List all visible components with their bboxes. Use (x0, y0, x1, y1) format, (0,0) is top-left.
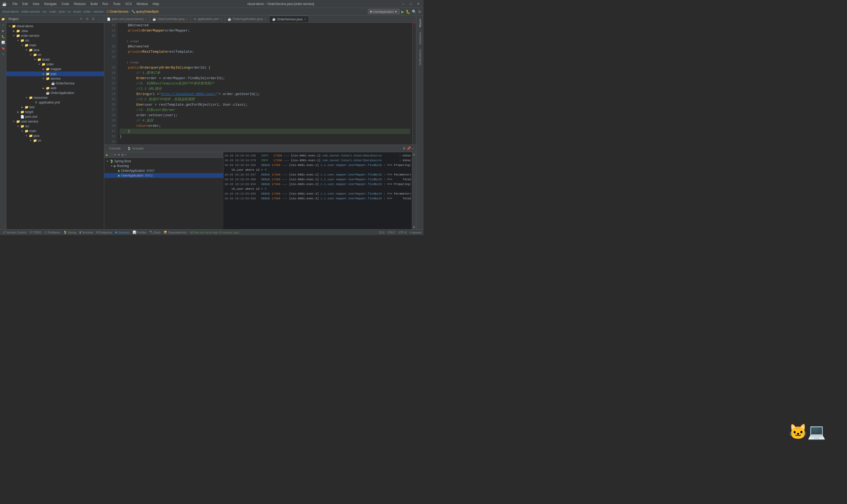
tree-item-service[interactable]: ▼ 📁 service (6, 76, 104, 81)
tree-item-src[interactable]: ▼ 📁 src (6, 38, 104, 43)
tree-item-user-service[interactable]: ▼ 📁 user-service (6, 119, 104, 124)
profiler-left-icon[interactable]: 📊 (1, 40, 6, 45)
maven-tab[interactable]: Maven (417, 16, 423, 30)
tab-orderapplication[interactable]: ☕ OrderApplication.java ✕ (225, 16, 269, 22)
services-tab[interactable]: ▶ Services (115, 231, 129, 234)
breadcrumb-cn[interactable]: cn (68, 10, 71, 14)
menu-navigate[interactable]: Navigate (42, 2, 59, 6)
menu-tools[interactable]: Tools (111, 2, 123, 6)
scroll-up-icon[interactable]: ▲ (413, 153, 416, 156)
structure-icon[interactable]: ≡ (1, 51, 6, 57)
tree-item-user-cn[interactable]: ▼ 📁 cn (6, 138, 104, 143)
services-running[interactable]: ▼ ▶ Running (104, 164, 223, 168)
menu-code[interactable]: Code (59, 2, 71, 6)
tree-item-resources[interactable]: ▼ 📁 resources (6, 95, 104, 100)
tree-item-idea[interactable]: ▶ 📁 .idea (6, 29, 104, 33)
database-tab[interactable]: Database (417, 30, 423, 47)
menu-refactor[interactable]: Refactor (72, 2, 88, 6)
breadcrumb-itcast[interactable]: itcast (73, 10, 81, 14)
menu-window[interactable]: Window (134, 2, 150, 6)
tab-console[interactable]: Console (106, 146, 123, 151)
filter-icon[interactable]: ☰ (91, 16, 96, 22)
tree-item-test[interactable]: ▶ 📁 test (6, 105, 104, 110)
minimize-panel-icon[interactable]: ─ (412, 146, 414, 150)
encoding[interactable]: UTF-8 (398, 231, 407, 234)
terminal-tab[interactable]: ▮ Terminal (79, 231, 93, 234)
tab-pom-close[interactable]: ✕ (145, 18, 147, 21)
menu-file[interactable]: File (10, 2, 20, 6)
spring-tab[interactable]: 🍃 Spring (63, 231, 76, 234)
settings-icon[interactable]: ⚙ (418, 10, 421, 14)
tab-uc-close[interactable]: ✕ (186, 18, 188, 21)
user-application-dropdown[interactable]: ▶ UserApplication ▼ (368, 9, 400, 14)
tab-usercontroller[interactable]: ☕ UserController.java ✕ (150, 16, 191, 22)
tree-item-target[interactable]: ▶ 📁 target (6, 110, 104, 114)
menu-help[interactable]: Help (150, 2, 161, 6)
run-service-icon[interactable]: ▶ (106, 153, 108, 157)
menu-run[interactable]: Run (100, 2, 110, 6)
dependencies-tab[interactable]: 📦 Dependencies (164, 231, 186, 234)
tree-item-order-service[interactable]: ▼ 📁 order-service (6, 33, 104, 38)
profiler-tab[interactable]: 📊 Profiler (132, 231, 146, 234)
close-button[interactable]: ✕ (415, 2, 421, 6)
restart-service-icon[interactable]: ⟳ (114, 153, 116, 157)
group-service-icon[interactable]: ⊞ (121, 153, 124, 157)
menu-build[interactable]: Build (88, 2, 100, 6)
tab-yml-close[interactable]: ✕ (220, 18, 222, 21)
filter-service-icon[interactable]: ▼ (117, 153, 121, 157)
breadcrumb-main[interactable]: main (50, 10, 56, 14)
maximize-button[interactable]: □ (408, 2, 414, 6)
todo-tab[interactable]: ☑ TODO (30, 231, 41, 234)
commit-icon[interactable]: ✓ (1, 22, 6, 28)
bookmark-icon[interactable]: 🔖 (1, 46, 6, 51)
tree-item-itcast[interactable]: ▼ 📁 itcast (6, 57, 104, 62)
collapse-icon[interactable]: ⊟ (85, 16, 90, 22)
tree-item-main[interactable]: ▼ 📁 main (6, 43, 104, 48)
breadcrumb-java[interactable]: java (59, 10, 65, 14)
sync-icon[interactable]: ⟳ (78, 16, 84, 22)
tab-os-close[interactable]: ✕ (304, 18, 306, 21)
code-editor[interactable]: 13 14 15 16 17 18 19 20 21 22 23 24 25 2… (104, 23, 416, 145)
add-service-icon[interactable]: + (125, 153, 127, 157)
cursor-position[interactable]: 31:6 (379, 231, 384, 234)
scroll-down-icon[interactable]: ▼ (413, 226, 416, 229)
services-user-app[interactable]: ▶ ▶ UserApplication :8081/ (104, 173, 223, 178)
minimize-button[interactable]: ─ (400, 2, 407, 6)
services-order-app[interactable]: ▶ ▶ OrderApplication :8080/ (104, 168, 223, 173)
menu-vcs[interactable]: VCS (123, 2, 134, 6)
tab-appyml[interactable]: ⚙ application.yml ✕ (191, 16, 225, 22)
tab-oa-close[interactable]: ✕ (265, 18, 267, 21)
tree-item-user-src[interactable]: ▼ 📁 src (6, 124, 104, 129)
build-tab[interactable]: 🔨 Build (149, 231, 160, 234)
tab-orderservice[interactable]: ☕ OrderService.java ✕ (269, 16, 309, 22)
tree-item-web[interactable]: ▶ 📁 web (6, 86, 104, 91)
pin-icon[interactable]: 📌 (407, 146, 411, 150)
indent-setting[interactable]: 4 spaces (410, 231, 421, 234)
settings-console-icon[interactable]: ⚙ (402, 146, 406, 150)
tree-item-user-java[interactable]: ▼ 📁 java (6, 133, 104, 138)
notifications-tab[interactable]: Notifications (417, 47, 423, 67)
tree-item-user-main[interactable]: ▼ 📁 main (6, 129, 104, 133)
tree-item-cn[interactable]: ▼ 📁 cn (6, 52, 104, 57)
problems-tab[interactable]: ⚠ Problems (44, 231, 60, 234)
version-control-tab[interactable]: ⎇ Version Control (2, 231, 26, 234)
search-icon[interactable]: 🔍 (412, 10, 416, 14)
endpoints-tab[interactable]: ⊕ Endpoints (96, 231, 112, 234)
menu-edit[interactable]: Edit (20, 2, 30, 6)
run-icon[interactable]: ▶ (1, 28, 6, 33)
tree-item-order[interactable]: ▼ 📁 order (6, 62, 104, 67)
tab-actuator[interactable]: 🍃 Actuator (124, 146, 147, 151)
breadcrumb-cloud-demo[interactable]: cloud-demo (2, 10, 19, 14)
services-springboot[interactable]: ▼ 🍃 Spring Boot (104, 159, 223, 164)
breadcrumb-src[interactable]: src (42, 10, 47, 14)
breadcrumb-service[interactable]: service (93, 10, 104, 14)
run-button[interactable]: ▶ (401, 10, 404, 14)
breadcrumb-order[interactable]: order (84, 10, 91, 14)
breadcrumb-orderservice[interactable]: ⬡ OrderService (106, 10, 129, 14)
line-ending[interactable]: CRLF (388, 231, 395, 234)
tree-item-pojo[interactable]: ▶ 📁 pojo (6, 71, 104, 76)
breadcrumb-order-service[interactable]: order-service (21, 10, 40, 14)
debug-icon[interactable]: 🐛 (1, 34, 6, 39)
tree-item-cloud-demo[interactable]: ▼ 📁 cloud-demo (6, 24, 104, 29)
tree-item-orderservice[interactable]: ▶ ☕ OrderService (6, 81, 104, 86)
